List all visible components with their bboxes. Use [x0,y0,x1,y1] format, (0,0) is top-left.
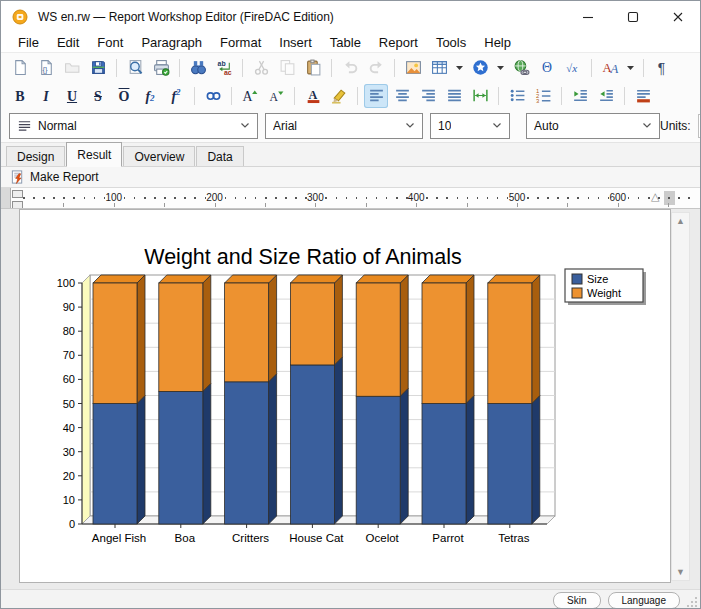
svg-text:100: 100 [57,277,75,289]
fit-width-button[interactable] [468,84,492,108]
resize-grip-icon[interactable] [685,595,698,608]
tab-data[interactable]: Data [196,146,243,166]
first-line-indent-marker[interactable] [12,190,23,198]
align-center-button[interactable] [390,84,414,108]
svg-text:House Cat: House Cat [289,532,344,544]
justify-button[interactable] [442,84,466,108]
bold-button[interactable]: B [8,84,32,108]
new-document-icon [12,59,29,76]
menu-tools[interactable]: Tools [427,35,475,50]
ruler-subtick [618,203,619,207]
skin-button[interactable]: Skin [553,592,600,609]
print-preview-button[interactable] [123,56,147,80]
minimize-button[interactable] [565,1,610,33]
tab-overview[interactable]: Overview [123,146,195,166]
toolbar-separator [294,87,295,105]
increase-indent-button[interactable] [594,84,618,108]
insert-image-icon [405,59,422,76]
menu-file[interactable]: File [9,35,48,50]
font-size-value: 10 [438,119,451,133]
vertical-scrollbar[interactable]: ▲ ▼ [671,212,690,581]
ruler-tick [336,197,338,199]
replace-button[interactable]: abac [212,56,236,80]
find-button[interactable] [186,56,210,80]
ruler-tick [174,197,176,199]
language-button[interactable]: Language [608,592,681,609]
paragraph-color-button[interactable] [631,84,655,108]
scroll-up-icon[interactable]: ▲ [672,213,689,229]
menu-help[interactable]: Help [475,35,520,50]
menu-insert[interactable]: Insert [270,35,321,50]
special-character-button[interactable]: Θ [535,56,559,80]
overline-icon: O [119,87,130,105]
menu-edit[interactable]: Edit [48,35,88,50]
numbered-list-button[interactable]: 123 [531,84,555,108]
superscript-button[interactable]: f2 [164,84,188,108]
ruler-tick [477,197,479,199]
grow-font-button[interactable]: A [238,84,262,108]
save-button[interactable] [86,56,110,80]
close-button[interactable] [655,1,700,33]
ruler-tick [23,197,25,199]
svg-text:0: 0 [69,518,75,530]
zoom-combobox[interactable]: Auto [526,113,660,139]
ruler-tick [557,197,559,199]
make-report-button[interactable]: Make Report [5,168,104,186]
insert-symbol-button[interactable] [468,56,492,80]
insert-table-button[interactable] [427,56,451,80]
tab-result[interactable]: Result [66,142,122,167]
ligature-button[interactable] [201,84,225,108]
scroll-down-icon[interactable]: ▼ [672,564,689,580]
print-button[interactable] [149,56,173,80]
italic-button[interactable]: I [34,84,58,108]
font-color-button[interactable]: A [301,84,325,108]
ruler-mark: 400 [408,192,425,203]
grow-font-icon: A [242,87,259,104]
subscript-button[interactable]: f2 [138,84,162,108]
svg-text:10: 10 [63,494,75,506]
font-size-combobox[interactable]: 10 [430,113,510,139]
formula-button[interactable]: √x [561,56,585,80]
new-document-button[interactable] [8,56,32,80]
paragraph-marks-button[interactable]: ¶ [650,56,674,80]
dropdown-arrow-button[interactable] [453,56,466,80]
dropdown-arrow-button[interactable] [494,56,507,80]
menu-font[interactable]: Font [88,35,132,50]
bullet-list-button[interactable] [505,84,529,108]
decrease-indent-button[interactable] [568,84,592,108]
align-left-button[interactable] [364,84,388,108]
menu-bar: FileEditFontParagraphFormatInsertTableRe… [1,33,700,52]
underline-button[interactable]: U [60,84,84,108]
font-color-icon: A [305,87,322,104]
font-combobox[interactable]: Arial [265,113,423,139]
new-from-template-button[interactable]: {} [34,56,58,80]
svg-text:A: A [269,91,278,104]
ruler-tick [457,197,459,199]
left-indent-marker[interactable] [12,201,23,209]
style-combobox[interactable]: Normal [9,113,258,139]
strikethrough-button[interactable]: S [86,84,110,108]
ruler-tick [63,197,65,199]
align-right-button[interactable] [416,84,440,108]
hyperlink-button[interactable] [509,56,533,80]
insert-symbol-icon [472,59,489,76]
font-style-button[interactable]: AA [598,56,622,80]
paste-button[interactable] [301,56,325,80]
ruler-tick [94,197,96,199]
menu-paragraph[interactable]: Paragraph [132,35,211,50]
menu-table[interactable]: Table [321,35,370,50]
menu-format[interactable]: Format [211,35,270,50]
horizontal-ruler[interactable]: △ 100200300400500600 [1,188,700,209]
toolbar-text: BIUSOf2f2AAA123 [1,82,700,109]
menu-report[interactable]: Report [370,35,427,50]
save-icon [90,59,107,76]
shrink-font-button[interactable]: A [264,84,288,108]
maximize-button[interactable] [610,1,655,33]
dropdown-arrow-button[interactable] [624,56,637,80]
highlight-button[interactable] [327,84,351,108]
overline-button[interactable]: O [112,84,136,108]
ruler-tick [436,197,438,199]
insert-image-button[interactable] [401,56,425,80]
tab-design[interactable]: Design [6,146,65,166]
justify-icon [446,87,463,104]
